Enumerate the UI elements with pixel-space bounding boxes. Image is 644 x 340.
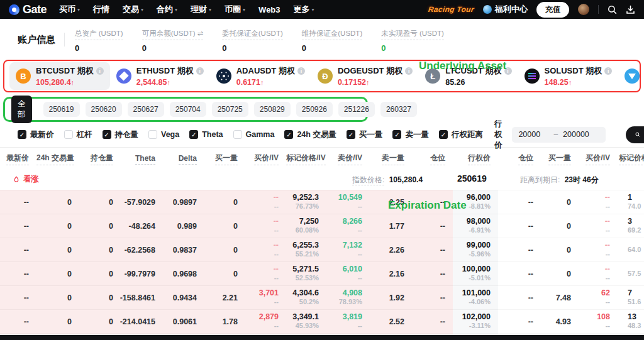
cell-position: -- [412, 262, 453, 285]
cell-bid-iv: ---- [245, 262, 286, 285]
cell-value-top: 8,266 [343, 217, 362, 227]
filter-checkbox-2[interactable]: ✓持仓量 [103, 129, 139, 140]
expiry-tab-250704[interactable]: 250704 [170, 102, 206, 117]
filter-checkbox-4[interactable]: ✓Theta [189, 130, 223, 139]
cell-mark-iv-2: 64.0 [618, 238, 644, 261]
cell-value-bottom: -- [274, 322, 279, 331]
filter-checkbox-6[interactable]: ✓24h 交易量 [284, 129, 336, 140]
checkbox-checked-icon: ✓ [347, 130, 355, 139]
avatar[interactable] [578, 4, 589, 15]
nav-item-label: 行情 [93, 4, 109, 15]
cell-bid-iv-2: ---- [579, 190, 618, 214]
checkbox-checked-icon: ✓ [103, 130, 111, 139]
underlying-asset-strip: BBTCUSDT 期权i105,280.4↑ETHUSDT 期权i2,544.8… [3, 60, 641, 92]
asset-card-body: ADAUSDT 期权i0.6171↑ [236, 65, 305, 87]
asset-card-adausdt[interactable]: ADAUSDT 期权i0.6171↑ [210, 62, 311, 90]
info-icon[interactable]: i [96, 67, 104, 75]
asset-card-dogeusdt[interactable]: ÐDOGEUSDT 期权i0.17152↑ [311, 62, 419, 90]
cell-value-top: 4,304.6 [292, 288, 319, 299]
filter-checkbox-5[interactable]: Gamma [233, 130, 275, 139]
cell-strike: 102,000-3.11% [453, 310, 498, 333]
info-icon[interactable]: i [405, 67, 413, 75]
filter-checkbox-1[interactable]: 杠杆 [64, 129, 92, 140]
filter-checkbox-7[interactable]: ✓买一量 [347, 129, 383, 140]
expiry-tab-260327[interactable]: 260327 [380, 102, 417, 117]
nav-item-1[interactable]: 行情 [93, 4, 109, 15]
expiry-tab-250627[interactable]: 250627 [128, 102, 164, 117]
up-arrow-icon: ↑ [569, 79, 572, 86]
nav-item-7[interactable]: 更多▾ [294, 4, 314, 15]
expiry-tab-250829[interactable]: 250829 [254, 102, 291, 117]
expiry-tab-250725[interactable]: 250725 [212, 102, 248, 117]
index-price-group: 指数价格: 105,280.4 [352, 175, 423, 185]
nav-item-label: Web3 [258, 5, 280, 14]
search-icon[interactable] [608, 5, 617, 14]
filter-checkbox-0[interactable]: ✓最新价 [18, 129, 54, 140]
up-arrow-icon: ↑ [260, 79, 264, 86]
cell-open-interest: 0 [79, 214, 121, 238]
strike-min-input[interactable] [518, 130, 548, 139]
col-header-bid-iv-2: 买价/IV [579, 151, 618, 165]
nav-item-5[interactable]: 币圈▾ [225, 4, 245, 15]
asset-name: BTCUSDT 期权i [36, 65, 104, 77]
asset-card-solusdt[interactable]: SOLUSDT 期权i148.25↑ [518, 62, 619, 90]
cell-value-top: 5,271.5 [292, 265, 319, 275]
checkbox-unchecked-icon [233, 130, 242, 139]
checkbox-checked-icon: ✓ [18, 130, 26, 139]
expiry-tab-251226[interactable]: 251226 [338, 102, 375, 117]
expiry-tab-250926[interactable]: 250926 [296, 102, 333, 117]
expiration-tabs: 全部25061925062025062725070425072525082925… [3, 97, 368, 122]
asset-card-body: ETHUSDT 期权i2,544.85↑ [136, 65, 204, 87]
asset-card-btcusdt[interactable]: BBTCUSDT 期权i105,280.4↑ [9, 62, 110, 90]
cell-value-bottom: 57.5 [628, 270, 641, 278]
cell-value-bottom: -- [606, 322, 610, 331]
cell-mark-iv-2: 174.0 [618, 190, 644, 214]
download-icon[interactable] [626, 5, 635, 14]
strike-max-input[interactable] [563, 130, 599, 139]
cell-value-bottom: 52.53% [296, 274, 319, 283]
col-header-bid-qty: 买一量 [204, 151, 245, 165]
asset-price: 2,544.85↑ [136, 78, 204, 87]
eth-icon [116, 69, 131, 84]
asset-card-ethusdt[interactable]: ETHUSDT 期权i2,544.85↑ [110, 62, 210, 90]
asset-card-tonusdt[interactable]: TONUSDT 期权i2.955↑ [618, 62, 644, 90]
account-field-label: 可用余额(USDT)⇌ [142, 29, 204, 40]
nav-item-0[interactable]: 买币▾ [59, 4, 80, 15]
gate-logo-text: Gate [23, 3, 47, 16]
info-icon[interactable]: i [196, 67, 204, 75]
gate-logo[interactable]: Gate [9, 3, 47, 16]
welfare-center-link[interactable]: 福利中心 [483, 4, 528, 15]
cell-theta: -214.0415 [121, 310, 163, 333]
cell-mark-iv: 9,252.376.73% [286, 190, 326, 214]
cell-ask-iv: 6,010-- [326, 262, 370, 285]
cell-value-bottom: 48.3 [628, 322, 641, 331]
filter-checkbox-3[interactable]: Vega [148, 130, 179, 139]
racing-tour-badge[interactable]: Racing Tour [428, 5, 474, 14]
cell-value-top: -- [274, 265, 279, 275]
col-header-bid-qty-2: 买一量 [541, 151, 579, 165]
nav-item-6[interactable]: Web3 [258, 5, 280, 14]
nav-item-3[interactable]: 合约▾ [157, 4, 177, 15]
cell-vol24h: 0 [36, 214, 79, 238]
cell-ask-iv: 10,549-- [326, 190, 370, 214]
cell-value-bottom: 74.0 [628, 202, 641, 211]
expiry-tab-250620[interactable]: 250620 [86, 102, 122, 117]
deposit-button[interactable]: 充值 [536, 2, 569, 18]
cell-delta: 0.989 [163, 214, 204, 238]
filter-checkbox-8[interactable]: ✓卖一量 [392, 129, 429, 140]
expiry-tab-250619[interactable]: 250619 [43, 102, 80, 117]
nav-item-4[interactable]: 理财▾ [191, 4, 211, 15]
cell-strike: 101,000-4.06% [453, 286, 498, 309]
cell-delta: 0.9434 [163, 286, 204, 309]
col-header-mark-iv: 标记价格/IV [286, 151, 326, 165]
filter-checkbox-9[interactable]: ✓行权距离 [439, 129, 483, 140]
nav-item-2[interactable]: 交易▾ [123, 4, 143, 15]
info-icon[interactable]: i [604, 67, 612, 75]
cell-bid-qty: 2.21 [204, 286, 245, 309]
col-header-label: Theta [135, 154, 155, 165]
info-icon[interactable]: i [297, 67, 305, 75]
nav-item-label: 买币 [59, 4, 75, 15]
query-button[interactable]: 查询 [626, 126, 644, 143]
expiry-tab-all[interactable]: 全部 [11, 96, 32, 123]
cell-theta: -62.2568 [121, 238, 163, 261]
